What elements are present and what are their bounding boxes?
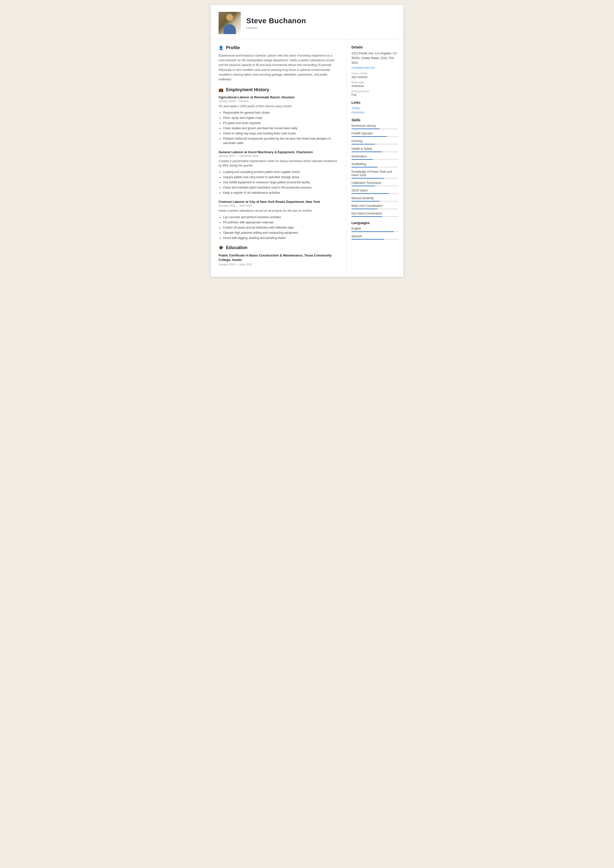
job-bullet: Fix gates and locks regularly — [223, 121, 340, 125]
email[interactable]: email@email.com — [352, 66, 398, 70]
skill-name: Health & Safety — [352, 147, 398, 151]
languages-container: EnglishSpanish — [352, 227, 398, 240]
education-section-header: 🎓 Education — [219, 245, 340, 250]
skill-bar-bg — [352, 129, 398, 129]
skill-bar-fill — [352, 144, 375, 144]
skill-name: Multi Limb Coordination — [352, 204, 398, 208]
skill-bar-fill — [352, 216, 382, 217]
skill-bar-bg — [352, 151, 398, 152]
resume-container: Steve Buchanon Laborer 👤 Profile Experie… — [211, 5, 403, 277]
candidate-title: Laborer — [246, 26, 395, 30]
nationality: American — [352, 84, 398, 88]
skill-name: Calibration Techniques — [352, 181, 398, 185]
job-bullet: Fill potholes with appropriate materials — [223, 220, 340, 225]
links-section-title: Links — [352, 101, 398, 104]
place-of-birth: San Antonio — [352, 75, 398, 79]
job-summary: Created a preventative maintenance roste… — [219, 159, 340, 168]
skill-name: Scaffolding — [352, 162, 398, 166]
profile-text: Experienced and tenacious General Labore… — [219, 53, 340, 82]
skill-name: Schematics — [352, 155, 398, 158]
language-item: English — [352, 227, 398, 232]
skill-bar-fill — [352, 186, 375, 186]
skill-bar-bg — [352, 193, 398, 194]
skill-name: 20/20 Vision — [352, 189, 398, 192]
edu-block: Public Certificate in Basic Construction… — [219, 253, 340, 266]
job-summary: Fix and repair a 1000 yards of farm fenc… — [219, 104, 340, 109]
languages-section-title: Languages — [352, 221, 398, 225]
skills-container: Numerical LiteracyForklift OperatorFarmi… — [352, 124, 398, 217]
skills-section-title: Skills — [352, 118, 398, 122]
education-icon: 🎓 — [219, 245, 223, 250]
skill-bar-bg — [352, 144, 398, 144]
job-dates: January 2019 — Present — [219, 99, 340, 102]
place-of-birth-label: Place of birth — [352, 72, 398, 75]
skill-bar-bg — [352, 186, 398, 186]
address: 1515 Pacific Ave, Los Angeles, CA 90291,… — [352, 51, 398, 65]
header: Steve Buchanon Laborer — [211, 5, 403, 39]
skill-bar-fill — [352, 201, 380, 202]
job-bullets: Lay concrete and perform backhoe activit… — [219, 215, 340, 240]
job-block: Agricultural Laborer at Riverwalk Ranch,… — [219, 95, 340, 145]
skill-bar-fill — [352, 151, 382, 152]
skill-bar-bg — [352, 201, 398, 202]
skill-item: Manual Dexterity — [352, 196, 398, 202]
job-block: Contract Laborer at City of New York Roa… — [219, 200, 340, 240]
skill-bar-bg — [352, 159, 398, 160]
edu-dates: January 2019 — June 2019 — [219, 263, 340, 266]
skill-item: Multi Limb Coordination — [352, 204, 398, 209]
main-layout: 👤 Profile Experienced and tenacious Gene… — [211, 39, 403, 277]
skill-item: Scaffolding — [352, 162, 398, 168]
job-bullets: Responsible for general farm dutiesPlant… — [219, 110, 340, 145]
language-item: Spanish — [352, 234, 398, 240]
jobs-container: Agricultural Laborer at Riverwalk Ranch,… — [219, 95, 340, 240]
link-item[interactable]: Facebook — [352, 111, 398, 114]
profile-section-header: 👤 Profile — [219, 45, 340, 50]
skill-name: Farming — [352, 139, 398, 143]
job-dates: January 2016 — June 2016 — [219, 204, 340, 207]
skill-item: Forklift Operator — [352, 132, 398, 137]
skill-bar-fill — [352, 136, 387, 137]
job-bullet: Prepare medicinal compounds provided by … — [223, 137, 340, 145]
job-bullet: Loading and unloading product pallets fr… — [223, 170, 340, 174]
job-title: Contract Laborer at City of New York Roa… — [219, 200, 340, 203]
employment-section-title: Employment History — [226, 87, 269, 92]
education-section-title: Education — [226, 245, 248, 250]
job-bullet: Clean and maintain plant machinery used … — [223, 185, 340, 190]
job-bullet: Plant, spray and irrigate crops — [223, 116, 340, 120]
job-bullet: Keep a register of all maintenance activ… — [223, 191, 340, 195]
profile-icon: 👤 — [219, 45, 223, 50]
skill-bar-bg — [352, 178, 398, 179]
job-bullet: Assist with digging, leveling and paneli… — [223, 236, 340, 240]
right-column: Details 1515 Pacific Ave, Los Angeles, C… — [347, 39, 403, 277]
job-bullet: Operate high powered drilling and compac… — [223, 231, 340, 235]
job-bullets: Loading and unloading product pallets fr… — [219, 170, 340, 195]
job-bullet: Unpack pallets and carry boxes to specif… — [223, 175, 340, 179]
skill-name: Forklift Operator — [352, 132, 398, 135]
link-item[interactable]: Twitter — [352, 107, 398, 110]
language-name: English — [352, 227, 398, 230]
skill-item: Eye Hand Coordination — [352, 212, 398, 217]
edu-title: Public Certificate in Basic Construction… — [219, 253, 340, 262]
skill-bar-fill — [352, 193, 389, 194]
skill-bar-fill — [352, 129, 380, 129]
skill-bar-fill — [352, 167, 377, 168]
employment-section-header: 💼 Employment History — [219, 87, 340, 92]
skill-bar-bg — [352, 208, 398, 209]
nationality-label: Nationality — [352, 81, 398, 84]
header-info: Steve Buchanon Laborer — [246, 17, 395, 30]
driving-license: Full — [352, 93, 398, 96]
skill-item: 20/20 Vision — [352, 189, 398, 194]
candidate-name: Steve Buchanon — [246, 17, 395, 25]
language-bar-fill — [352, 239, 384, 240]
job-block: General Laborer at Ascot Machinery & Equ… — [219, 150, 340, 195]
skill-item: Health & Safety — [352, 147, 398, 152]
skill-bar-fill — [352, 178, 384, 179]
driving-license-label: Driving license — [352, 90, 398, 93]
skill-item: Knowledge of Power Tools and Hand Tools — [352, 170, 398, 179]
job-bullet: Clean stables and groom and feed the hor… — [223, 126, 340, 130]
skill-item: Numerical Literacy — [352, 124, 398, 129]
profile-section-title: Profile — [226, 45, 240, 50]
skill-bar-bg — [352, 167, 398, 168]
skill-name: Numerical Literacy — [352, 124, 398, 127]
skill-bar-fill — [352, 208, 377, 209]
